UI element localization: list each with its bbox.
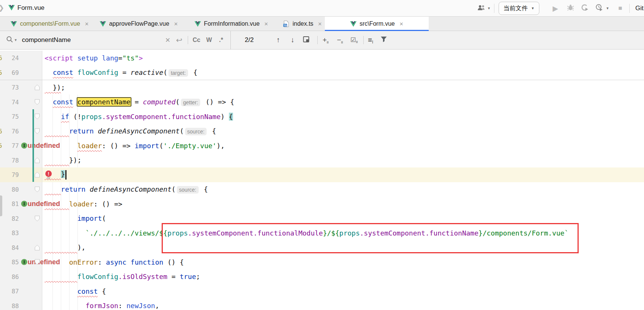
line-number[interactable]: 73 (0, 84, 19, 91)
code-line-content[interactable]: formJson: newJson, (42, 299, 644, 310)
line-number[interactable]: 24 (0, 54, 19, 62)
error-bulb-icon[interactable]: ! (45, 170, 52, 179)
gutter[interactable]: 86 (0, 270, 42, 284)
fold-open-icon[interactable] (34, 113, 40, 120)
code-line-content[interactable]: return defineAsyncComponent(source: { (42, 124, 644, 139)
run-with-coverage-button[interactable] (595, 4, 603, 12)
gutter[interactable]: 569 (0, 65, 42, 80)
line-number[interactable]: 77 (0, 142, 19, 149)
next-occurrence-button[interactable]: ↓ (291, 36, 295, 44)
gutter[interactable]: 79 (0, 167, 42, 182)
line-number[interactable]: 88 (0, 302, 19, 309)
gutter[interactable]: 84 (0, 240, 42, 255)
line-number[interactable]: 85 (0, 259, 19, 266)
fold-open-icon[interactable] (34, 215, 40, 222)
code-with-me-icon[interactable] (477, 5, 485, 12)
gutter[interactable]: 88 (0, 299, 42, 310)
gutter[interactable]: 73 (0, 80, 42, 95)
clear-search-icon[interactable]: ✕ (165, 36, 170, 44)
add-occurrence-button[interactable]: +II (323, 36, 329, 44)
code-line-content[interactable]: const componentName = computed(getter: (… (42, 95, 644, 110)
find-in-selection-button[interactable] (303, 36, 309, 44)
code-line-content[interactable]: const { (42, 284, 644, 299)
words-toggle[interactable]: W (206, 37, 212, 43)
gutter[interactable]: 87 (0, 284, 42, 299)
code-line-content[interactable]: <script setup lang="ts"> (42, 51, 644, 65)
code-with-me-caret-icon[interactable]: ▼ (487, 6, 491, 10)
gutter[interactable]: 577Iundefined (0, 138, 42, 153)
tab-close-icon[interactable]: ✕ (399, 21, 403, 27)
vcs-change-marker[interactable] (32, 109, 34, 182)
line-number[interactable]: 79 (0, 171, 19, 178)
line-number[interactable]: 84 (0, 244, 19, 251)
tab-close-icon[interactable]: ✕ (174, 21, 178, 27)
run-configuration-select[interactable]: 当前文件 ▼ (499, 2, 539, 15)
previous-occurrence-button[interactable]: ↑ (276, 36, 280, 44)
tab-src-form.vue[interactable]: src\Form.vue✕ (325, 17, 429, 31)
tab-forminformation.vue[interactable]: FormInformation.vue✕ (181, 17, 281, 31)
remove-occurrence-button[interactable]: −II (337, 36, 343, 44)
code-line-content[interactable]: onError: async function () { (42, 255, 644, 270)
code-line-content[interactable]: ! } (42, 167, 644, 182)
line-number[interactable]: 74 (0, 98, 19, 105)
regex-toggle[interactable]: .* (219, 37, 223, 43)
debug-button[interactable] (567, 4, 574, 12)
code-line-content[interactable]: loader: () => import('./Empty.vue'), (42, 138, 644, 153)
line-number[interactable]: 69 (0, 69, 19, 76)
tab-index.ts[interactable]: TSindex.ts✕ (281, 17, 324, 31)
tab-approveflowpage.vue[interactable]: approveFlowPage.vue✕ (96, 17, 181, 31)
newline-icon[interactable]: ↩ (176, 36, 182, 45)
search-options-caret-icon[interactable]: ▼ (14, 38, 17, 42)
tab-close-icon[interactable]: ✕ (318, 21, 322, 27)
gutter[interactable]: 624 (0, 51, 42, 65)
code-line-content[interactable]: loader: () => (42, 197, 644, 211)
stop-button[interactable]: ■ (618, 5, 622, 12)
search-icon[interactable] (6, 36, 13, 45)
line-number[interactable]: 76 (0, 127, 19, 135)
match-case-toggle[interactable]: Cc (193, 37, 200, 43)
git-menu[interactable]: Git (635, 5, 644, 12)
line-number[interactable]: 86 (0, 273, 19, 280)
more-run-options-caret-icon[interactable]: ▼ (606, 6, 609, 10)
breadcrumb[interactable]: Form.vue (17, 4, 45, 12)
fold-open-icon[interactable] (34, 186, 40, 192)
line-number[interactable]: 75 (0, 113, 19, 120)
gutter[interactable]: 80 (0, 182, 42, 197)
fold-open-icon[interactable] (34, 99, 40, 105)
fold-close-icon[interactable] (34, 172, 40, 178)
line-number[interactable]: 80 (0, 186, 19, 193)
line-number[interactable]: 82 (0, 215, 19, 222)
line-number[interactable]: 78 (0, 157, 19, 164)
tab-components-form.vue[interactable]: components\Form.vue✕ (3, 17, 96, 31)
gutter[interactable]: 83 (0, 226, 42, 240)
profiler-button[interactable] (581, 4, 588, 12)
gutter[interactable]: 82 (0, 211, 42, 226)
left-scrollbar-thumb[interactable] (0, 195, 2, 216)
fold-open-icon[interactable] (34, 259, 40, 265)
code-line-content[interactable]: flowConfig.isOldSystem = true; (42, 270, 644, 284)
gutter[interactable]: 75 (0, 109, 42, 124)
fold-close-icon[interactable] (34, 157, 40, 163)
select-all-occurrences-button[interactable]: ☑II (351, 36, 358, 44)
code-line-content[interactable]: const flowConfig = reactive(target: { (42, 65, 644, 80)
search-input[interactable]: componentName (22, 36, 71, 44)
line-number[interactable]: 87 (0, 288, 19, 295)
tab-close-icon[interactable]: ✕ (85, 21, 89, 27)
line-number[interactable]: 83 (0, 229, 19, 237)
fold-open-icon[interactable] (34, 128, 40, 134)
gutter[interactable]: 81Iundefined (0, 197, 42, 211)
filter-search-results-button[interactable] (381, 37, 387, 44)
code-editor[interactable]: 624<script setup lang="ts">569 const flo… (0, 50, 644, 310)
code-line-content[interactable]: }); (42, 80, 644, 95)
fold-close-icon[interactable] (34, 84, 40, 91)
run-button[interactable]: ▶ (553, 4, 558, 12)
gutter[interactable]: 78 (0, 153, 42, 168)
gutter[interactable]: 74 (0, 95, 42, 110)
code-line-content[interactable]: }); (42, 153, 644, 168)
tab-close-icon[interactable]: ✕ (264, 21, 268, 27)
filter-lines-icon[interactable]: ≡I (368, 36, 373, 44)
fold-close-icon[interactable] (34, 244, 40, 251)
line-number[interactable]: 81 (0, 200, 19, 208)
code-line-content[interactable]: return defineAsyncComponent(source: { (42, 182, 644, 197)
gutter[interactable]: 676 (0, 124, 42, 139)
